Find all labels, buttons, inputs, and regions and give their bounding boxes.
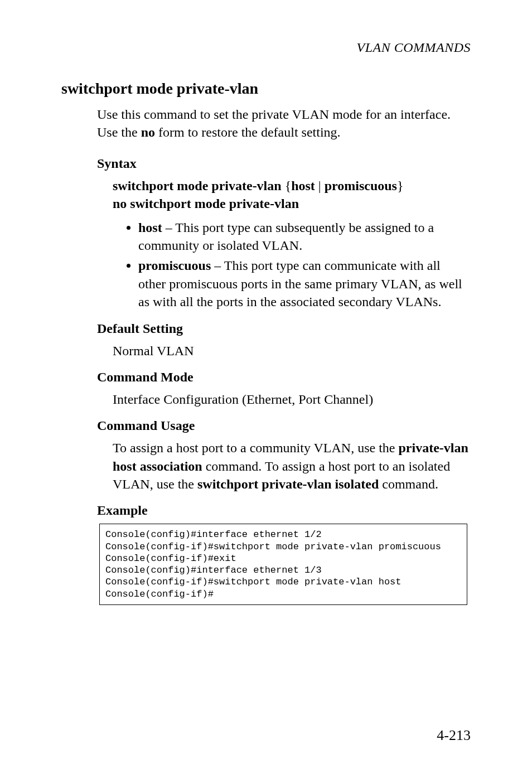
param-keyword-host: host (138, 220, 162, 235)
syntax-line1-cmd: switchport mode private-vlan (113, 178, 282, 193)
usage-pre1: To assign a host port to a community VLA… (113, 441, 398, 455)
intro-text-after: form to restore the default setting. (155, 125, 341, 139)
usage-b2: switchport private-vlan isolated (197, 477, 379, 491)
param-text-host: – This port type can subsequently be ass… (138, 220, 434, 253)
example-label: Example (97, 503, 471, 518)
syntax-line1-host: host (291, 178, 315, 193)
running-head-text: VLAN COMMANDS (357, 40, 471, 55)
command-usage-label: Command Usage (97, 418, 471, 433)
page: VLAN COMMANDS switchport mode private-vl… (0, 0, 532, 774)
intro-paragraph: Use this command to set the private VLAN… (97, 105, 471, 142)
command-mode-text: Interface Configuration (Ethernet, Port … (113, 390, 471, 408)
running-head: VLAN COMMANDS (61, 40, 471, 55)
syntax-label: Syntax (97, 156, 471, 171)
list-item: host – This port type can subsequently b… (138, 219, 471, 255)
command-title: switchport mode private-vlan (61, 80, 471, 98)
syntax-line1-promiscuous: promiscuous (325, 178, 397, 193)
param-keyword-promiscuous: promiscuous (138, 258, 211, 273)
command-mode-label: Command Mode (97, 370, 471, 385)
page-number: 4-213 (437, 727, 471, 744)
syntax-line1-openbrace: { (282, 178, 292, 193)
syntax-param-list: host – This port type can subsequently b… (138, 219, 471, 311)
syntax-lines: switchport mode private-vlan {host | pro… (113, 177, 471, 213)
syntax-line1-closebrace: } (397, 178, 404, 193)
syntax-line1-sep: | (315, 178, 325, 193)
default-setting-label: Default Setting (97, 321, 471, 336)
usage-post: command. (379, 477, 438, 491)
command-usage-text: To assign a host port to a community VLA… (113, 439, 471, 493)
intro-no-keyword: no (141, 125, 155, 139)
example-code-box: Console(config)#interface ethernet 1/2 C… (99, 524, 467, 605)
list-item: promiscuous – This port type can communi… (138, 257, 471, 311)
syntax-line2: no switchport mode private-vlan (113, 196, 299, 211)
default-setting-text: Normal VLAN (113, 342, 471, 360)
